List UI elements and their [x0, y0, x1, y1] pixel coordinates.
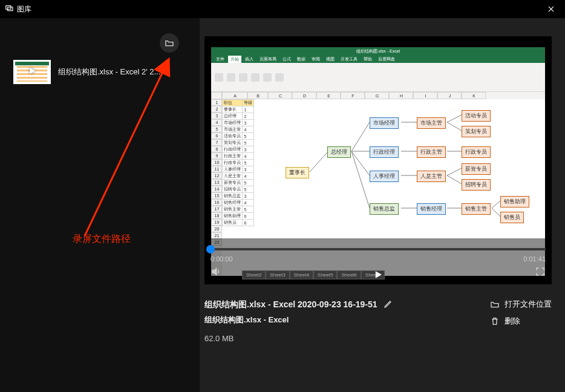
org-node: 行政专员: [462, 146, 491, 158]
svg-marker-25: [376, 271, 382, 278]
org-node: 销售助理: [500, 196, 529, 207]
open-location-label: 打开文件位置: [505, 299, 552, 310]
svg-line-19: [447, 168, 462, 175]
edit-icon[interactable]: [384, 299, 393, 311]
org-node: 销售经理: [417, 203, 446, 215]
org-node: 薪资专员: [462, 163, 491, 175]
ribbon-tab: 帮助: [361, 56, 374, 63]
progress-knob[interactable]: [206, 245, 215, 253]
svg-line-17: [447, 122, 462, 131]
delete-label: 删除: [505, 316, 520, 327]
org-node: 销售总监: [370, 203, 399, 215]
org-node: 行政经理: [370, 146, 399, 158]
svg-line-8: [351, 122, 370, 151]
svg-line-22: [492, 201, 500, 208]
file-title: 组织结构图.xlsx - Excel 2020-09-23 16-19-51: [204, 299, 377, 310]
title-bar: 图库: [0, 0, 565, 18]
sheet-tabs: Sheet2Sheet3Sheet4Sheet5Sheet6Sheet7: [242, 270, 385, 279]
file-size: 62.0 MB: [204, 334, 466, 343]
excel-ribbon-tabs: 文件 开始 插入 页面布局 公式 数据 审阅 视图 开发工具 帮助 百度网盘: [211, 56, 544, 63]
svg-line-6: [85, 60, 168, 236]
player-controls: 0:00:00 0:01:41 Sheet2Sheet3Sheet4Sheet5…: [204, 238, 552, 284]
svg-marker-24: [212, 269, 217, 275]
volume-button[interactable]: [211, 266, 221, 279]
svg-line-11: [351, 151, 370, 208]
open-folder-button[interactable]: [160, 33, 179, 53]
video-player: 组织结构图.xlsx - Excel 文件 开始 插入 页面布局 公式 数据 审…: [204, 36, 552, 284]
time-current: 0:00:00: [211, 255, 233, 263]
annotation-label: 录屏文件路径: [73, 233, 131, 246]
ribbon-tab: 公式: [280, 56, 293, 63]
org-node: 市场经理: [370, 117, 399, 129]
org-node: 市场主管: [417, 117, 446, 129]
progress-bar[interactable]: [211, 248, 546, 250]
sidebar: 组织结构图.xlsx - Excel 2' 2... 录屏文件路径: [0, 18, 200, 392]
ribbon-tab: 审阅: [309, 56, 322, 63]
excel-table: 职位等级董事长1总经理2市场经理3市场主管4活动专员5策划专员5行政经理3行政主…: [222, 99, 254, 226]
org-node: 销售员: [500, 212, 524, 223]
ribbon-tab: 百度网盘: [376, 56, 397, 63]
svg-line-10: [351, 151, 370, 175]
ribbon-tab: 数据: [295, 56, 308, 63]
org-node: 董事长: [286, 167, 309, 178]
excel-ribbon: [211, 63, 544, 92]
org-node: 行政主管: [417, 146, 446, 158]
ribbon-tab: 页面布局: [257, 56, 279, 63]
svg-line-16: [447, 115, 462, 122]
org-node: 招聘专员: [462, 179, 491, 191]
close-button[interactable]: [542, 0, 560, 18]
play-button[interactable]: [372, 269, 384, 281]
ribbon-tab: 视图: [324, 56, 337, 63]
annotation-arrow-icon: [79, 54, 181, 242]
org-node: 销售主管: [462, 203, 491, 215]
ribbon-tab: 开发工具: [338, 56, 360, 63]
svg-line-20: [447, 175, 462, 184]
org-node: 策划专员: [462, 126, 491, 137]
org-node: 活动专员: [462, 110, 491, 122]
file-subtitle: 组织结构图.xlsx - Excel: [204, 315, 466, 325]
play-icon: [27, 65, 38, 79]
excel-title: 组织结构图.xlsx - Excel: [356, 48, 400, 54]
org-node: 人是主管: [417, 171, 446, 182]
svg-line-7: [310, 152, 327, 172]
org-node: 总经理: [327, 146, 351, 158]
window-title: 图库: [17, 4, 31, 15]
svg-marker-4: [30, 68, 35, 74]
fullscreen-button[interactable]: [535, 266, 546, 279]
ribbon-tab: 开始: [228, 56, 241, 63]
org-node: 人事经理: [370, 171, 399, 182]
delete-button[interactable]: 删除: [490, 316, 552, 327]
thumbnail-image: [13, 60, 51, 84]
ribbon-tab: 插入: [243, 56, 256, 63]
svg-line-23: [492, 208, 500, 217]
open-location-button[interactable]: 打开文件位置: [490, 299, 552, 310]
window-icon: [5, 4, 13, 15]
time-total: 0:01:41: [523, 255, 546, 263]
ribbon-tab: 文件: [214, 56, 227, 63]
